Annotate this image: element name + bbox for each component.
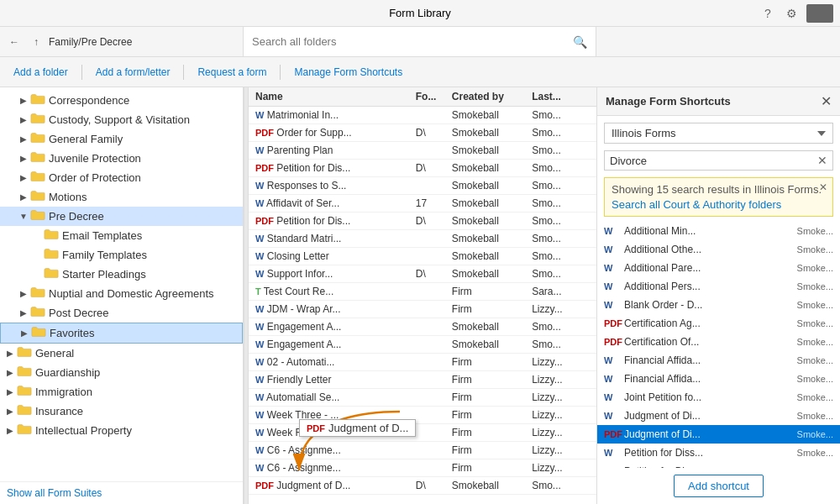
back-button[interactable]: ← xyxy=(5,33,24,51)
file-last: Smo... xyxy=(525,318,579,336)
tree-item-correspondence[interactable]: ▶ Correspondence xyxy=(0,91,243,110)
file-extra xyxy=(579,407,596,424)
table-row[interactable]: PDF Order for Supp... D\ Smokeball Smo..… xyxy=(249,124,596,142)
table-row[interactable]: W Standard Matri... Smokeball Smo... xyxy=(249,230,596,248)
shortcut-item[interactable]: W Judgment of Di... Smoke... xyxy=(597,407,840,425)
table-row[interactable]: PDF Judgment of D... D\ Smokeball Smo... xyxy=(249,477,596,495)
col-name[interactable]: Name xyxy=(249,87,409,107)
tree-item-familytemplates[interactable]: Family Templates xyxy=(0,245,243,265)
col-fo[interactable]: Fo... xyxy=(409,87,445,107)
tree-item-custody[interactable]: ▶ Custody, Support & Visitation xyxy=(0,110,243,129)
table-row[interactable]: W Week Four - H... Firm Lizzy... xyxy=(249,424,596,442)
tree-item-nuptial[interactable]: ▶ Nuptial and Domestic Agreements xyxy=(0,284,243,303)
settings-button[interactable]: ⚙ xyxy=(783,5,800,22)
search-all-link[interactable]: Search all Court & Authority folders xyxy=(612,198,826,211)
shortcut-item[interactable]: PDF Certification Of... Smoke... xyxy=(597,333,840,351)
table-row[interactable]: PDF Petition for Dis... D\ Smokeball Smo… xyxy=(249,160,596,177)
close-banner-button[interactable]: ✕ xyxy=(819,181,827,193)
add-form-button[interactable]: Add a form/letter xyxy=(89,63,177,81)
tree-item-emailtemplates[interactable]: Email Templates xyxy=(0,226,243,245)
tree-item-orderprotection[interactable]: ▶ Order of Protection xyxy=(0,168,243,187)
manage-shortcuts-button[interactable]: Manage Form Shortcuts xyxy=(287,63,409,81)
tree-item-favorites[interactable]: ▶ Favorites xyxy=(0,323,243,344)
table-row[interactable]: W 02 - Automati... Firm Lizzy... xyxy=(249,354,596,371)
tree-item-immigration[interactable]: ▶ Immigration xyxy=(0,382,243,402)
shortcut-type-icon: PDF xyxy=(604,428,619,440)
file-created: Smokeball xyxy=(445,195,525,213)
folder-icon-insurance xyxy=(17,404,32,418)
tree-item-intellectualproperty[interactable]: ▶ Intellectual Property xyxy=(0,421,243,440)
table-row[interactable]: W Affidavit of Ser... 17 Smokeball Smo..… xyxy=(249,195,596,213)
tree-expand-custody: ▶ xyxy=(17,115,30,124)
shortcut-item[interactable]: W Financial Affida... Smoke... xyxy=(597,351,840,370)
table-row[interactable]: W Closing Letter Smokeball Smo... xyxy=(249,248,596,265)
shortcut-item[interactable]: W Additional Pare... Smoke... xyxy=(597,259,840,277)
help-button[interactable]: ? xyxy=(759,5,776,22)
tree-item-general[interactable]: ▶ General xyxy=(0,344,243,363)
table-row[interactable]: W Automatiall Se... Firm Lizzy... xyxy=(249,389,596,407)
table-row[interactable]: W Engagement A... Smokeball Smo... xyxy=(249,336,596,354)
tree-item-starterpleadings[interactable]: Starter Pleadings xyxy=(0,265,243,284)
tree-item-insurance[interactable]: ▶ Insurance xyxy=(0,402,243,421)
word-icon: W xyxy=(255,145,264,155)
clear-search-button[interactable]: ✕ xyxy=(817,154,827,167)
shortcut-item[interactable]: W Additional Othe... Smoke... xyxy=(597,240,840,259)
close-right-panel-button[interactable]: ✕ xyxy=(821,93,832,109)
file-name: W Closing Letter xyxy=(249,248,409,265)
tree-label-motions: Motions xyxy=(49,191,239,203)
right-panel-title: Manage Form Shortcuts xyxy=(606,95,731,108)
tree-item-guardianship[interactable]: ▶ Guardianship xyxy=(0,363,243,382)
table-row[interactable]: W Parenting Plan Smokeball Smo... xyxy=(249,142,596,160)
title-bar-controls: ? ⚙ xyxy=(759,4,833,23)
col-created[interactable]: Created by xyxy=(445,87,525,107)
col-last[interactable]: Last... xyxy=(525,87,579,107)
shortcut-search-input[interactable] xyxy=(610,155,817,167)
table-row[interactable]: W Responses to S... Smokeball Smo... xyxy=(249,177,596,195)
request-form-button[interactable]: Request a form xyxy=(191,63,273,81)
word-icon: W xyxy=(604,466,612,468)
table-row[interactable]: W Matrimonial In... Smokeball Smo... xyxy=(249,107,596,124)
file-extra xyxy=(579,230,596,248)
shortcut-item[interactable]: W Petition for Diss... Smoke... xyxy=(597,462,840,468)
add-folder-button[interactable]: Add a folder xyxy=(7,63,75,81)
forms-dropdown[interactable]: Illinois FormsFederal FormsState Forms xyxy=(604,123,833,144)
word-icon: W xyxy=(255,375,264,385)
table-row[interactable]: PDF Petition for Dis... D\ Smokeball Smo… xyxy=(249,213,596,230)
file-name: W C6 - Assignme... xyxy=(249,459,409,477)
shortcut-item[interactable]: W Additional Pers... Smoke... xyxy=(597,277,840,296)
file-name: PDF Judgment of D... xyxy=(249,477,409,495)
shortcut-item[interactable]: W Financial Affida... Smoke... xyxy=(597,370,840,388)
table-row[interactable]: W Engagement A... Smokeball Smo... xyxy=(249,318,596,336)
word-icon: W xyxy=(255,357,264,367)
table-row[interactable]: T Test Court Re... Firm Sara... xyxy=(249,283,596,301)
table-row[interactable]: W Support Infor... D\ Smokeball Smo... xyxy=(249,265,596,283)
table-row[interactable]: W Week Three - ... Firm Lizzy... xyxy=(249,407,596,424)
table-row[interactable]: W C6 - Assignme... Firm Lizzy... xyxy=(249,442,596,459)
file-created: Smokeball xyxy=(445,107,525,124)
shortcut-item[interactable]: PDF Certification Ag... Smoke... xyxy=(597,314,840,333)
tree-item-predecree[interactable]: ▼ Pre Decree xyxy=(0,207,243,226)
table-row[interactable]: W C6 - Assignme... Firm Lizzy... xyxy=(249,459,596,477)
folder-icon-orderprotection xyxy=(30,171,45,185)
show-all-link[interactable]: Show all Form Suites xyxy=(0,481,243,504)
shortcut-item[interactable]: W Joint Petition fo... Smoke... xyxy=(597,388,840,407)
shortcut-item[interactable]: W Petition for Diss... Smoke... xyxy=(597,444,840,462)
tree-expand-nuptial: ▶ xyxy=(17,289,30,298)
shortcut-item[interactable]: W Additional Min... Smoke... xyxy=(597,222,840,240)
file-table: Name Fo... Created by Last... W Matrimon… xyxy=(249,87,596,504)
search-input[interactable] xyxy=(252,35,573,48)
shortcut-item[interactable]: W Blank Order - D... Smoke... xyxy=(597,296,840,314)
shortcut-name: Judgment of Di... xyxy=(624,428,797,440)
tree-item-motions[interactable]: ▶ Motions xyxy=(0,187,243,207)
table-row[interactable]: W JDM - Wrap Ar... Firm Lizzy... xyxy=(249,301,596,318)
tree-item-generalfamily[interactable]: ▶ General Family xyxy=(0,129,243,149)
add-shortcut-button[interactable]: Add shortcut xyxy=(674,475,764,497)
up-button[interactable]: ↑ xyxy=(27,33,45,51)
pdf-icon: PDF xyxy=(255,480,274,491)
file-extra xyxy=(579,477,596,495)
table-row[interactable]: W Friendly Letter Firm Lizzy... xyxy=(249,371,596,389)
app-title: Form Library xyxy=(389,7,451,19)
tree-item-postdecree[interactable]: ▶ Post Decree xyxy=(0,303,243,323)
shortcut-item[interactable]: PDF Judgment of Di... Smoke... xyxy=(597,425,840,444)
tree-item-juvenile[interactable]: ▶ Juvenile Protection xyxy=(0,149,243,168)
